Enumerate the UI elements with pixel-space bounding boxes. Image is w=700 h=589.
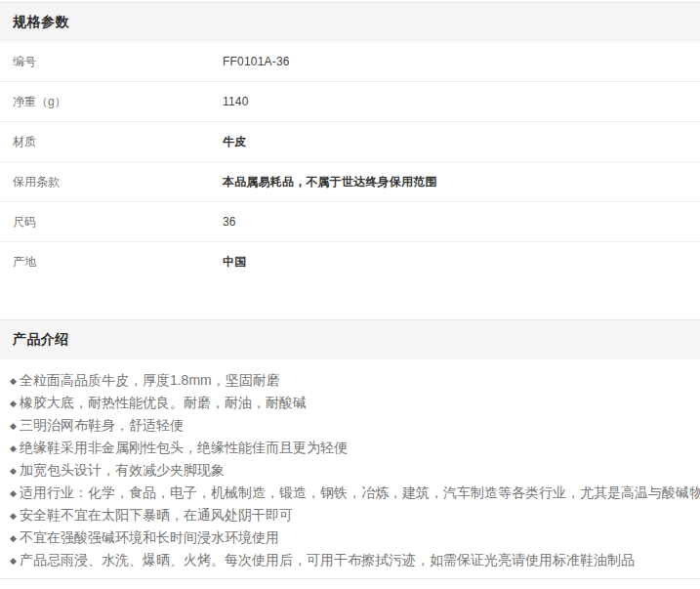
list-item: ◆绝缘鞋采用非金属刚性包头，绝缘性能佳而且更为轻便 — [10, 437, 688, 459]
spec-section-title: 规格参数 — [13, 14, 69, 31]
diamond-bullet-icon: ◆ — [10, 483, 17, 504]
bullet-text: 适用行业：化学，食品，电子，机械制造，锻造，钢铁，冶炼，建筑，汽车制造等各类行业… — [20, 484, 700, 500]
list-item: ◆三明治网布鞋身，舒适轻便 — [10, 414, 688, 437]
spec-label: 材质 — [0, 134, 223, 150]
list-item: ◆适用行业：化学，食品，电子，机械制造，锻造，钢铁，冶炼，建筑，汽车制造等各类行… — [10, 482, 688, 504]
bullet-text: 不宜在强酸强碱环境和长时间浸水环境使用 — [20, 529, 279, 545]
spec-label: 编号 — [0, 54, 223, 70]
list-item: ◆全粒面高品质牛皮，厚度1.8mm，坚固耐磨 — [10, 369, 688, 392]
bullet-text: 橡胶大底，耐热性能优良。耐磨，耐油，耐酸碱 — [20, 395, 307, 410]
diamond-bullet-icon: ◆ — [10, 527, 17, 549]
bullet-text: 绝缘鞋采用非金属刚性包头，绝缘性能佳而且更为轻便 — [20, 440, 348, 455]
spec-row-warranty: 保用条款 本品属易耗品，不属于世达终身保用范围 — [0, 162, 700, 202]
diamond-bullet-icon: ◆ — [10, 370, 17, 392]
spec-value: 牛皮 — [223, 134, 246, 150]
spec-row-model: 编号 FF0101A-36 — [0, 42, 700, 82]
spec-label: 保用条款 — [0, 174, 223, 190]
intro-bullet-list: ◆全粒面高品质牛皮，厚度1.8mm，坚固耐磨 ◆橡胶大底，耐热性能优良。耐磨，耐… — [0, 359, 700, 571]
list-item: ◆加宽包头设计，有效减少夹脚现象 — [10, 459, 688, 482]
spec-label: 产地 — [0, 254, 223, 271]
spec-row-material: 材质 牛皮 — [0, 122, 700, 162]
list-item: ◆不宜在强酸强碱环境和长时间浸水环境使用 — [10, 526, 688, 549]
bottom-divider — [0, 578, 700, 579]
spec-row-size: 尺码 36 — [0, 202, 700, 242]
list-item: ◆产品忌雨浸、水洗、爆晒、火烤。每次使用后，可用干布擦拭污迹，如需保证光亮请使用… — [10, 549, 688, 571]
intro-section-title: 产品介绍 — [13, 331, 69, 349]
spec-row-origin: 产地 中国 — [0, 242, 700, 282]
spec-value: 1140 — [223, 95, 249, 108]
bullet-text: 产品忌雨浸、水洗、爆晒、火烤。每次使用后，可用干布擦拭污迹，如需保证光亮请使用标… — [20, 552, 635, 568]
spec-section-header: 规格参数 — [0, 2, 700, 42]
diamond-bullet-icon: ◆ — [10, 460, 17, 482]
spec-label: 尺码 — [0, 214, 223, 231]
spec-label: 净重（g） — [0, 94, 223, 110]
diamond-bullet-icon: ◆ — [10, 415, 17, 437]
intro-section: 产品介绍 ◆全粒面高品质牛皮，厚度1.8mm，坚固耐磨 ◆橡胶大底，耐热性能优良… — [0, 319, 700, 571]
diamond-bullet-icon: ◆ — [10, 438, 17, 459]
spec-value: 本品属易耗品，不属于世达终身保用范围 — [223, 174, 437, 190]
bullet-text: 加宽包头设计，有效减少夹脚现象 — [20, 462, 225, 478]
list-item: ◆安全鞋不宜在太阳下暴晒，在通风处阴干即可 — [10, 504, 688, 526]
bullet-text: 三明治网布鞋身，舒适轻便 — [20, 417, 184, 433]
bullet-text: 全粒面高品质牛皮，厚度1.8mm，坚固耐磨 — [20, 372, 280, 388]
product-detail-page: 规格参数 编号 FF0101A-36 净重（g） 1140 材质 牛皮 保用条款… — [0, 0, 700, 589]
diamond-bullet-icon: ◆ — [10, 550, 17, 571]
spec-value: 中国 — [223, 254, 246, 271]
spec-row-net-weight: 净重（g） 1140 — [0, 82, 700, 122]
diamond-bullet-icon: ◆ — [10, 505, 17, 526]
spec-value: FF0101A-36 — [223, 55, 290, 68]
spec-value: 36 — [223, 215, 236, 229]
spec-section: 规格参数 编号 FF0101A-36 净重（g） 1140 材质 牛皮 保用条款… — [0, 2, 700, 282]
bullet-text: 安全鞋不宜在太阳下暴晒，在通风处阴干即可 — [20, 507, 293, 523]
spec-table: 编号 FF0101A-36 净重（g） 1140 材质 牛皮 保用条款 本品属易… — [0, 42, 700, 282]
diamond-bullet-icon: ◆ — [10, 393, 17, 414]
list-item: ◆橡胶大底，耐热性能优良。耐磨，耐油，耐酸碱 — [10, 392, 688, 414]
intro-section-header: 产品介绍 — [0, 319, 700, 359]
